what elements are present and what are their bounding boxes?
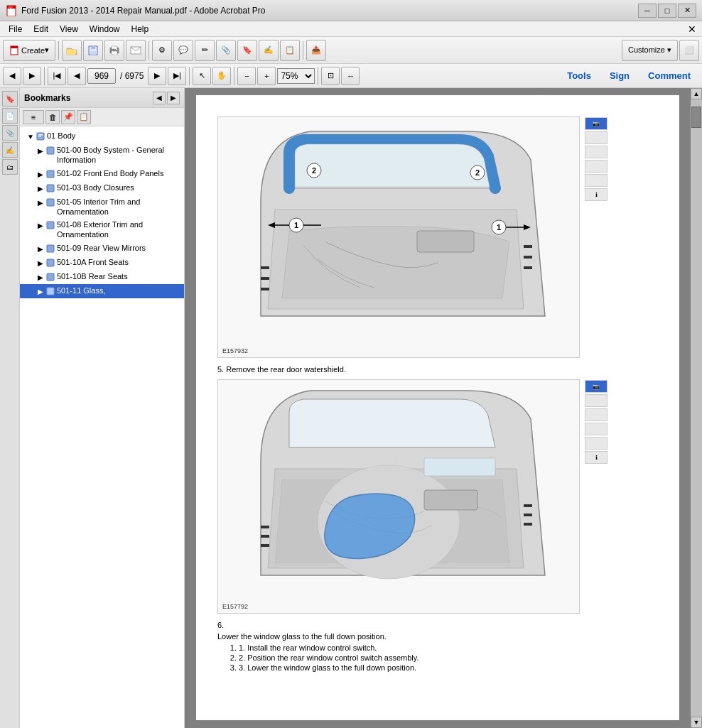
menu-help[interactable]: Help [126,23,155,36]
attach-button[interactable]: 📎 [216,40,236,61]
open-button[interactable] [62,40,82,61]
side-icon-3 [585,160,608,173]
side-icon-2-2 [585,408,608,421]
svg-rect-10 [112,51,117,55]
next-page-button[interactable]: ▶ [148,67,166,85]
left-tab-signatures[interactable]: ✍ [2,142,18,158]
email-button[interactable] [126,40,146,61]
bookmark-label-501-08: 501-08 Exterior Trim and Ornamentation [57,219,181,240]
step-6-sub-text: Lower the window glass to the full down … [217,632,658,641]
left-tab-pages[interactable]: 📄 [2,108,18,124]
panel-prev-button[interactable]: ◀ [153,92,166,104]
side-icon-2-camera: 📷 [585,380,608,393]
zoom-out-button[interactable]: − [237,67,256,85]
step-6-sub2: 2. Position the rear window control swit… [239,653,658,662]
bookmark-item-501-03[interactable]: ▶ 501-03 Body Closures [20,181,184,195]
back-button[interactable]: ◀ [3,67,21,85]
create-button[interactable]: Create ▾ [3,40,55,61]
svg-rect-9 [112,46,117,49]
page-number-input[interactable]: 969 [87,68,116,84]
step-6-container: 6. Lower the window glass to the full do… [217,621,658,672]
last-page-button[interactable]: ▶| [168,67,186,85]
minimize-button[interactable]: ─ [638,4,657,18]
close-button[interactable]: ✕ [678,4,696,18]
left-tab-layers[interactable]: 🗂 [2,159,18,175]
save-button[interactable] [83,40,103,61]
sign-panel-button[interactable]: Sign [601,67,638,84]
svg-rect-52 [524,514,532,516]
new-bookmark-button[interactable]: 📌 [61,110,75,124]
svg-rect-18 [47,185,54,192]
bookmark-item-501-00[interactable]: ▶ 501-00 Body System - General Informati… [20,143,184,167]
zoom-separator2 [318,67,318,85]
select-tool-button[interactable]: ↖ [193,67,211,85]
hand-tool-button[interactable]: ✋ [212,67,231,85]
svg-rect-17 [47,170,54,178]
tools-panel-button[interactable]: Tools [558,67,600,84]
left-tab-bookmarks[interactable]: 🔖 [2,91,18,107]
side-icons-1: 📷 ℹ [585,117,608,201]
pdf-content-area[interactable]: 1 1 2 2 [185,88,691,728]
menu-close-icon[interactable]: ✕ [685,23,699,35]
prev-page-button[interactable]: ◀ [68,67,86,85]
bookmark-label-501-00: 501-00 Body System - General Information [57,145,181,165]
menu-file[interactable]: File [3,23,28,36]
bookmark-options-button[interactable]: 📋 [77,110,91,124]
scroll-thumb[interactable] [691,107,701,128]
bookmark-item-501-05[interactable]: ▶ 501-05 Interior Trim and Ornamentation [20,195,184,219]
svg-rect-24 [47,288,54,295]
bookmark-item-01body[interactable]: ▼ 01 Body [20,129,184,143]
print-button[interactable] [104,40,124,61]
svg-rect-16 [47,147,54,154]
svg-rect-20 [47,222,54,229]
export-button[interactable]: 📤 [306,40,326,61]
bookmark-item-501-02[interactable]: ▶ 501-02 Front End Body Panels [20,167,184,181]
scroll-up-button[interactable]: ▲ [691,88,702,99]
menu-edit[interactable]: Edit [28,23,54,36]
expand-all-button[interactable]: ≡ [23,110,44,124]
zoom-select[interactable]: 75% 50% 100% 125% 150% [277,68,315,84]
customize-button[interactable]: Customize ▾ [622,40,678,61]
fit-page-button[interactable]: ⊡ [321,67,340,85]
pdf-page: 1 1 2 2 [196,95,679,720]
svg-rect-39 [261,266,269,269]
scroll-down-button[interactable]: ▼ [691,717,702,728]
bookmark-item-501-10a[interactable]: ▶ 501-10A Front Seats [20,256,184,270]
svg-text:2: 2 [475,168,480,177]
markup-button[interactable]: ✏ [195,40,215,61]
panel-toggle-button[interactable]: ⬜ [679,40,699,61]
delete-bookmark-button[interactable]: 🗑 [45,110,60,124]
scroll-track [691,99,702,717]
svg-rect-42 [524,245,532,248]
comment-panel-button[interactable]: Comment [639,67,699,84]
zoom-in-button[interactable]: + [257,67,276,85]
toolbar: Create ▾ ⚙ 💬 ✏ 📎 🔖 ✍ 📋 📤 Customize ▾ ⬜ [0,37,702,64]
side-icon-1 [585,131,608,144]
form-button[interactable]: 📋 [280,40,300,61]
maximize-button[interactable]: □ [658,4,676,18]
bookmark-item-501-11[interactable]: ▶ 501-11 Glass, [20,284,184,298]
bookmark-item-501-09[interactable]: ▶ 501-09 Rear View Mirrors [20,241,184,256]
panel-toolbar: ≡ 🗑 📌 📋 [20,108,184,126]
fit-width-button[interactable]: ↔ [341,67,360,85]
forward-button[interactable]: ▶ [23,67,41,85]
bookmark-icon-501-03 [45,183,57,194]
svg-rect-6 [91,46,95,49]
tools-button[interactable]: ⚙ [152,40,172,61]
panel-next-button[interactable]: ▶ [167,92,180,104]
expand-icon-501-03: ▶ [36,184,45,193]
diagram-1-svg: 1 1 2 2 [218,117,580,352]
comment-tool-button[interactable]: 💬 [173,40,193,61]
first-page-button[interactable]: |◀ [48,67,66,85]
bookmark-icon-501-10b [45,271,57,283]
svg-rect-19 [47,199,54,206]
left-tab-attachments[interactable]: 📎 [2,125,18,141]
toolbar-separator2 [148,41,149,60]
sign-tool-button[interactable]: ✍ [259,40,279,61]
bookmark-item-501-08[interactable]: ▶ 501-08 Exterior Trim and Ornamentation [20,218,184,241]
svg-rect-46 [424,490,477,510]
menu-view[interactable]: View [54,23,84,36]
stamp-button[interactable]: 🔖 [237,40,257,61]
menu-window[interactable]: Window [84,23,126,36]
bookmark-item-501-10b[interactable]: ▶ 501-10B Rear Seats [20,270,184,284]
